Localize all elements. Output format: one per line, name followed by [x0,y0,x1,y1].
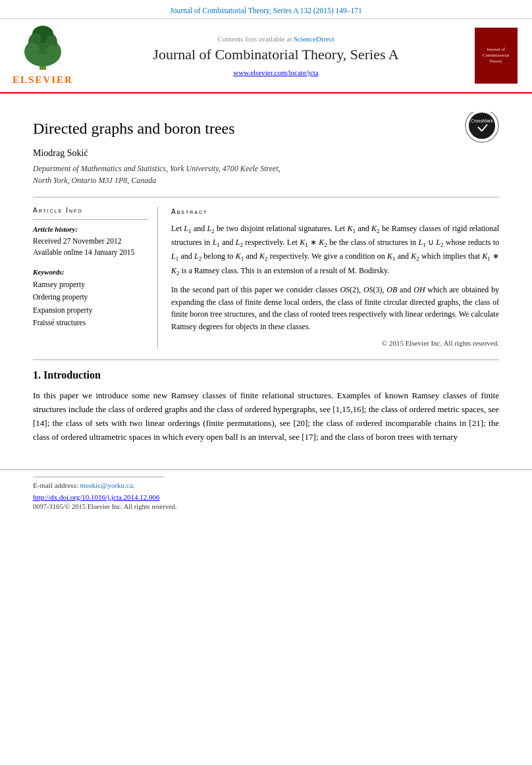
citation-text: Journal of Combinatorial Theory, Series … [170,7,361,14]
contents-text: Contents lists available at [217,35,292,43]
main-content: CrossMark Directed graphs and boron tree… [0,93,532,463]
two-column-section: Article Info Article history: Received 2… [33,197,499,349]
keyword-3: Expansion property [33,304,148,317]
elsevier-tree-icon [16,26,69,72]
header-banner: ELSEVIER Contents lists available at Sci… [0,19,532,93]
abstract-paragraph1: Let L1 and L2 be two disjoint relational… [171,223,499,333]
article-title: Directed graphs and boron trees [33,119,499,139]
sciencedirect-line: Contents lists available at ScienceDirec… [217,35,334,43]
received-date: Received 27 November 2012 [33,236,148,247]
page-footer: E-mail address: msokic@yorku.ca. http://… [0,469,532,519]
article-info-title: Article Info [33,207,148,214]
elsevier-label: ELSEVIER [13,74,73,86]
article-info-panel: Article Info Article history: Received 2… [33,207,158,349]
title-row: CrossMark Directed graphs and boron tree… [33,112,499,148]
journal-citation-bar: Journal of Combinatorial Theory, Series … [0,0,532,19]
svg-text:CrossMark: CrossMark [471,119,493,123]
footer-doi: http://dx.doi.org/10.1016/j.jcta.2014.12… [33,493,499,501]
footer-email: E-mail address: msokic@yorku.ca. [33,481,499,489]
crossmark-icon: CrossMark [465,112,499,143]
keywords-label: Keywords: [33,268,148,276]
svg-point-7 [46,36,55,45]
email-label: E-mail address: [33,481,78,489]
svg-point-4 [26,42,40,55]
keyword-2: Ordering property [33,291,148,304]
journal-cover-image: Journal of Combinatorial Theory [475,28,518,84]
keyword-1: Ramsey property [33,278,148,292]
journal-url: www.elsevier.com/locate/jcta [233,68,318,76]
keyword-4: Fraïssé structures [33,317,148,330]
keywords-section: Keywords: Ramsey property Ordering prope… [33,268,148,330]
intro-heading: 1. Introduction [33,369,499,381]
svg-point-6 [31,34,41,44]
copyright-line: © 2015 Elsevier Inc. All rights reserved… [171,338,499,349]
available-date: Available online 14 January 2015 [33,247,148,258]
section-divider [33,359,499,360]
affiliation-line2: North York, Ontario M3J 1P8, Canada [33,176,156,185]
crossmark-area: CrossMark [465,112,499,145]
page: Journal of Combinatorial Theory, Series … [0,0,532,765]
abstract-panel: Abstract Let L1 and L2 be two disjoint r… [171,207,499,349]
author-name: Miodrag Sokić [33,148,499,159]
sciencedirect-link[interactable]: ScienceDirect [294,35,334,43]
doi-link[interactable]: http://dx.doi.org/10.1016/j.jcta.2014.12… [33,493,160,501]
author-affiliation: Department of Mathematics and Statistics… [33,163,499,186]
cover-text: Journal of Combinatorial Theory [477,47,515,65]
header-center: Contents lists available at ScienceDirec… [86,26,466,86]
journal-cover: Journal of Combinatorial Theory [473,26,519,86]
footer-rights: 0097-3165/© 2015 Elsevier Inc. All right… [33,503,499,510]
svg-point-9 [469,113,495,139]
svg-point-5 [47,45,59,57]
affiliation-line1: Department of Mathematics and Statistics… [33,164,280,173]
history-label: Article history: [33,225,148,233]
email-link[interactable]: msokic@yorku.ca [80,481,132,489]
elsevier-logo: ELSEVIER [7,26,79,86]
journal-title-header: Journal of Combinatorial Theory, Series … [153,45,398,65]
abstract-title: Abstract [171,207,499,217]
intro-paragraph1: In this paper we introduce some new Rams… [33,389,499,444]
